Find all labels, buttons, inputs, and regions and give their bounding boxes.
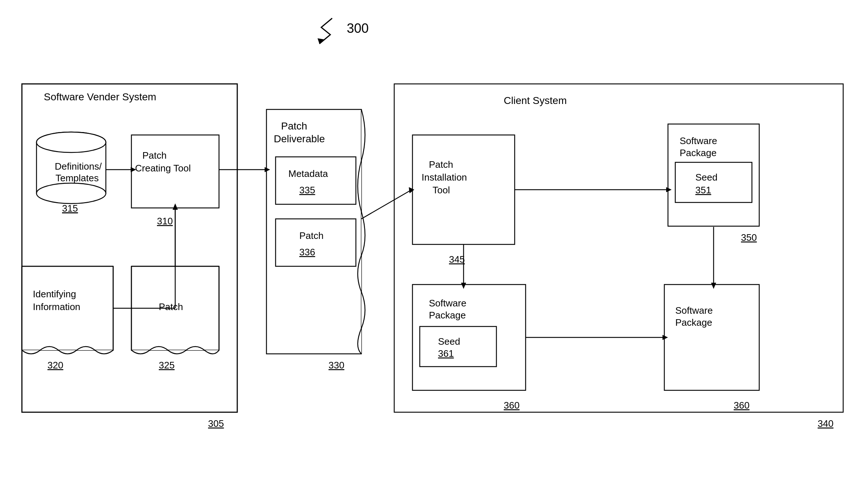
definitions-label2: Templates — [55, 173, 99, 183]
patch-install-ref: 345 — [449, 254, 465, 265]
definitions-cylinder-bottom — [37, 183, 106, 204]
vendor-system-label: Software Vender System — [44, 91, 156, 103]
seed-351-label: Seed — [695, 172, 718, 183]
sw-package-right-box — [664, 285, 759, 390]
identifying-label1: Identifying — [33, 289, 76, 299]
patch-creating-label1: Patch — [142, 150, 167, 161]
metadata-ref: 335 — [299, 185, 315, 196]
vendor-ref: 305 — [208, 418, 224, 429]
sw-package-top-label1: Software — [680, 135, 717, 146]
patch-input-ref: 325 — [159, 360, 174, 371]
sw-package-left-label2: Package — [429, 310, 466, 321]
patch-creating-ref: 310 — [157, 216, 173, 227]
client-ref: 340 — [818, 418, 833, 429]
diagram-container: 300 Software Vender System Definitions/ … — [0, 0, 868, 491]
arrow-pd-to-pit — [361, 190, 412, 219]
identifying-ref: 320 — [47, 360, 63, 371]
sw-package-right-ref: 360 — [734, 400, 749, 411]
sw-package-left-label1: Software — [429, 298, 466, 309]
client-system-label: Client System — [504, 95, 567, 106]
patch-creating-label2: Creating Tool — [135, 163, 191, 174]
patch-install-box — [412, 135, 515, 244]
patch-deliverable-label2: Deliverable — [274, 133, 325, 144]
patch-input-label: Patch — [159, 301, 183, 312]
seed-361-label: Seed — [438, 336, 460, 347]
seed-351-ref: 351 — [695, 185, 711, 196]
patch-install-label2: Installation — [422, 172, 467, 183]
patch-deliverable-inner-label: Patch — [299, 230, 324, 241]
patch-deliverable-label1: Patch — [281, 120, 307, 132]
patch-deliverable-inner-ref: 336 — [299, 247, 315, 258]
patch-install-label3: Tool — [433, 185, 450, 196]
definitions-cylinder-top2 — [37, 132, 106, 152]
definitions-ref: 315 — [62, 203, 78, 214]
sw-package-right-label2: Package — [675, 317, 712, 328]
metadata-box — [276, 157, 356, 204]
patch-install-label1: Patch — [429, 159, 453, 170]
sw-package-top-label2: Package — [680, 147, 717, 158]
sw-package-left-ref: 360 — [504, 400, 519, 411]
seed-361-ref: 361 — [438, 348, 454, 359]
definitions-label1: Definitions/ — [55, 161, 102, 172]
metadata-label: Metadata — [288, 168, 328, 179]
deliverable-ref: 330 — [329, 360, 344, 371]
patch-deliverable-inner-box — [276, 219, 356, 266]
identifying-label2: Information — [33, 301, 80, 312]
main-ref-number: 300 — [347, 21, 369, 36]
sw-package-right-label1: Software — [675, 305, 713, 316]
sw-package-top-ref: 350 — [741, 232, 757, 243]
